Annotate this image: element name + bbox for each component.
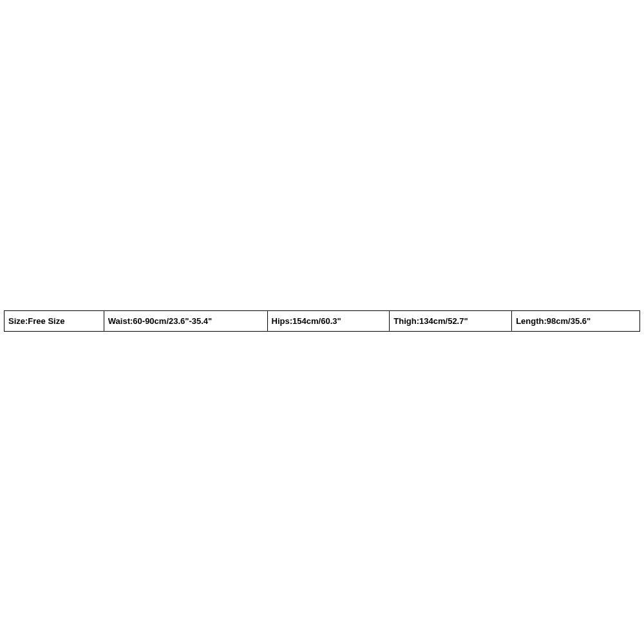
waist-cell: Waist:60-90cm/23.6"-35.4"	[104, 311, 267, 332]
size-cell: Size:Free Size	[5, 311, 104, 332]
hips-cell: Hips:154cm/60.3"	[267, 311, 390, 332]
thigh-cell: Thigh:134cm/52.7"	[390, 311, 512, 332]
length-cell: Length:98cm/35.6"	[512, 311, 640, 332]
table-row: Size:Free Size Waist:60-90cm/23.6"-35.4"…	[5, 311, 640, 332]
size-measurements-table: Size:Free Size Waist:60-90cm/23.6"-35.4"…	[4, 310, 640, 332]
